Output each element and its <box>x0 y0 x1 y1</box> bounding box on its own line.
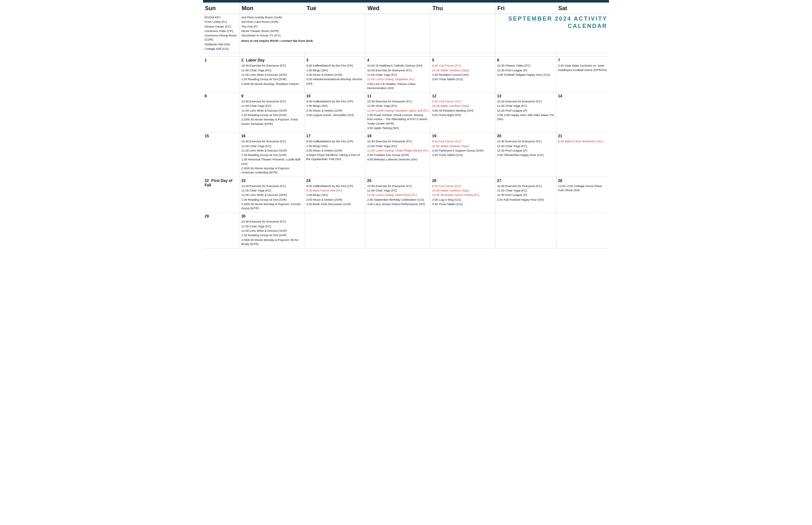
cell-mon-week4: 1610:30 Exercise for Everyone (FC)11:00 … <box>239 133 305 177</box>
event-item: 2:30/6:30 Movie Monday & Popcorn: 80 for… <box>241 238 303 246</box>
event-item: 11:00 Chair Yoga (FC) <box>241 68 303 72</box>
event-item: 12:30 Pool League (P) <box>497 148 555 152</box>
legend-item: 3rd Floor Card Room (3CR) <box>241 20 364 24</box>
event-item: 10:30 Water Aerobics (Spa) <box>432 144 493 148</box>
event-item: 5:00 Trivia Night (SH) <box>432 113 493 117</box>
event-item: 1:00 Bingo (SH) <box>306 193 364 197</box>
cell-wed-week5: 2510:30 Exercise for Everyone (FC)11:00 … <box>365 177 430 213</box>
day-number: 17 <box>306 134 364 138</box>
col-tue: Tue <box>305 2 365 14</box>
event-item: 10:30 Exercise for Everyone (FC) <box>241 220 303 224</box>
week-row-5: 22First Day of Fall2310:30 Exercise for … <box>203 177 609 213</box>
calendar-wrapper: Sun Mon Tue Wed Thu Fri Sat ROOM KEYFron… <box>203 0 609 249</box>
cell-sun-week5: 22First Day of Fall <box>203 177 239 213</box>
event-item: 10:30 Exercise for Everyone (FC) <box>367 184 429 188</box>
event-item: 10:30 Water Aerobics (Spa) <box>432 68 493 72</box>
cell-mon-week3: 910:30 Exercise for Everyone (FC)11:00 C… <box>239 93 305 133</box>
day-label: Labor Day <box>246 58 265 62</box>
event-item: 12:30 Pool League (P) <box>497 68 555 72</box>
cell-wed-week2: 410:00 St Matthew's Catholic Service (SH… <box>365 57 430 93</box>
cell-thu-week6 <box>430 213 496 249</box>
event-item: 2:30/6:30 Movie Monday: Resident Choice! <box>241 82 303 86</box>
cell-wed-week4: 1810:30 Exercise for Everyone (FC)11:00 … <box>365 133 430 177</box>
event-item: 1:00 Bingo (SH) <box>306 144 364 148</box>
cell-thu-week5: 268:30 Coe Forum (FL)*10:30 Water Aerobi… <box>430 177 496 213</box>
cell-thu-week4: 198:30 Coe Forum (FL)*10:30 Water Aerobi… <box>430 133 496 177</box>
event-item: 3:00 Trivia Tables (CG) <box>432 77 493 81</box>
day-number: 25 <box>367 179 429 183</box>
day-number: 2Labor Day <box>241 58 303 62</box>
event-item: 2:30/6:30 Movie Monday & Popcorn: Forres… <box>241 202 303 210</box>
cell-sat-week2: 72:30 Iowa State Cyclones vs. Iowa Hawke… <box>556 57 609 93</box>
legend-item: Movie Theater Room (MTR) <box>241 29 364 33</box>
day-number: 23 <box>241 179 303 183</box>
col-mon: Mon <box>239 2 305 14</box>
event-item: 11:00 Lunch Outing: Mandarin Spice Grill… <box>367 108 429 112</box>
event-item: 2:00 Music & Motion (2AR) <box>306 197 364 201</box>
event-item: 9:00 Kaffeeklatsch by the Fire (CP) <box>306 63 364 68</box>
event-item: 11:00 Let's Write & Discuss (3CR) <box>241 108 303 112</box>
cell-tue-week3: 109:00 Kaffeeklatsch by the Fire (CP)1:0… <box>305 93 365 133</box>
empty-thu <box>430 14 496 53</box>
event-item: 2:00 Parkinson's Support Group (2AR) <box>432 148 493 152</box>
event-item: 3:00 August Green: Storyteller (SH) <box>306 113 364 117</box>
day-number: 21 <box>558 134 607 138</box>
event-item: 11:00 Chair Yoga (FC) <box>497 188 555 192</box>
event-item: 10:30 Fitness Video (FC) <box>497 63 555 68</box>
event-item: 3:00 Larry Jensen Piano Performance (SH) <box>367 202 429 206</box>
key-item: Front Lobby (FL) <box>205 20 238 24</box>
event-item: 10:30 Water Aerobics (Spa) <box>432 104 493 108</box>
event-item: 11:00 Chair Yoga (FC) <box>367 144 429 148</box>
event-item: 2:00 Music & Motion (2AR) <box>306 108 364 112</box>
event-item: 10:30 Water Aerobics (Spa) <box>432 188 493 192</box>
event-item: 1:30 Reading Group w/ Dot (2AR) <box>241 77 303 81</box>
event-item: 2:30 Iowa State Cyclones vs. Iowa Hawkey… <box>558 63 607 72</box>
event-item: 1:00 Road Scholar Virtual Lecture: Beaut… <box>367 113 429 125</box>
event-item: 2:00 Fall Festival Happy Hour (SH) <box>497 197 555 201</box>
event-item: 2:00 September Birthday Celebration (CG) <box>367 197 429 201</box>
event-item: 4:00 Bethany Lutheran Services (SH) <box>367 157 429 161</box>
cell-tue-week6 <box>305 213 365 249</box>
event-item: 8:30 Coe Forum (FL)* <box>432 139 493 143</box>
day-number: 14 <box>558 94 607 98</box>
day-number: 29 <box>205 214 238 219</box>
event-item: 11:00 Chair Yoga (FC) <box>367 104 429 108</box>
cell-fri-week2: 610:30 Fitness Video (FC)12:30 Pool Leag… <box>496 57 556 93</box>
week-row-1 <box>203 53 609 57</box>
day-number: 18 <box>367 134 429 138</box>
cell-fri-week3: 1310:30 Exercise for Everyone (FC)11:00 … <box>496 93 556 133</box>
day-number: 28 <box>558 179 607 183</box>
cell-fri-week5: 2710:30 Exercise for Everyone (FC)11:00 … <box>496 177 556 213</box>
legend-cell: 2nd Floor Activity Room (2AR)3rd Floor C… <box>239 14 365 53</box>
room-key-cell: ROOM KEYFront Lobby (FL)Fitness Center (… <box>203 14 239 53</box>
event-item: 10:30 Riverside Casino Outing (FL) <box>432 193 493 197</box>
day-number: 27 <box>497 179 555 183</box>
event-item: 10:30 Exercise for Everyone (FC) <box>241 63 303 68</box>
col-sat: Sat <box>556 2 609 14</box>
day-number: 16 <box>241 134 303 138</box>
cell-thu-week1 <box>430 53 496 57</box>
day-number: 24 <box>306 179 364 183</box>
event-item: 3:00 Trivia Tables (CG) <box>432 202 493 206</box>
event-item: 1:30 Reading Group w/ Dot (2AR) <box>241 197 303 201</box>
event-item: 3:00 Apple Tasting (SH) <box>367 126 429 130</box>
day-label: First Day of Fall <box>205 179 232 188</box>
cell-sat-week4: 218:30 Walk to End Alzheimer's (FL) <box>556 133 609 177</box>
event-item: 11:00 Let's Write & Discuss (3CR) <box>241 228 303 233</box>
week-row-4: 151610:30 Exercise for Everyone (FC)11:0… <box>203 133 609 177</box>
event-item: 11:00 Lunch Outing: Need Pizza (FL) <box>367 193 429 197</box>
key-item: ROOM KEY <box>205 15 238 19</box>
cell-sat-week1 <box>556 53 609 57</box>
event-item: 3:00 Book Club Discussion (2AR) <box>306 202 364 206</box>
event-item: 2:00 Music & Motion (2AR) <box>306 73 364 77</box>
event-item: 10:30 Exercise for Everyone (FC) <box>241 139 303 143</box>
cell-mon-week6: 3010:30 Exercise for Everyone (FC)11:00 … <box>239 213 305 249</box>
day-number: 9 <box>241 94 303 98</box>
cell-tue-week5: 249:00 Kaffeeklatsch by the Fire (CP)9:3… <box>305 177 365 213</box>
cell-sat-week5: 2811:00–2:00 Cottage Grove Place Auto Sh… <box>556 177 609 213</box>
title-cell: SEPTEMBER 2024 ACTIVITY CALENDAR <box>496 14 609 53</box>
event-item: 11:00 Chair Yoga (FC) <box>241 188 303 192</box>
day-number: 4 <box>367 58 429 62</box>
event-item: 11:00 Chair Yoga (FC) <box>241 104 303 108</box>
cell-mon-week5: 2310:30 Exercise for Everyone (FC)11:00 … <box>239 177 305 213</box>
